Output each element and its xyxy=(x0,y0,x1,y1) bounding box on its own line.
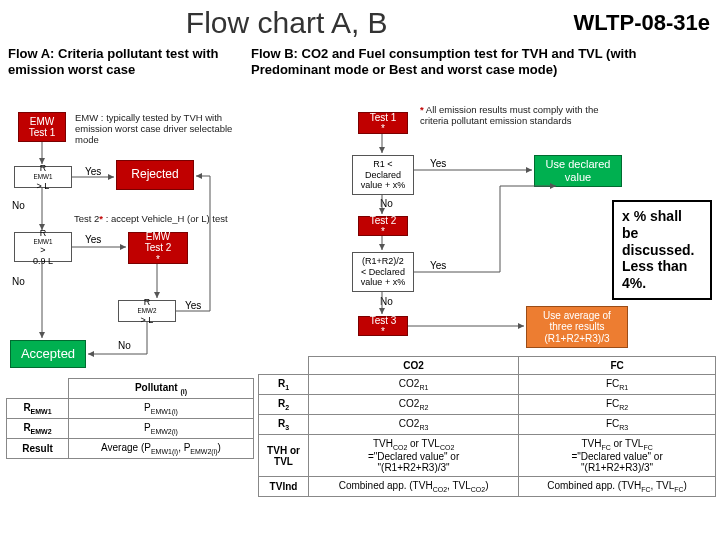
th-fc: FC xyxy=(519,357,716,375)
tr2c2: PEMW2(i) xyxy=(69,419,254,439)
emw-test-1: EMW Test 1 xyxy=(18,112,66,142)
yes-b1: Yes xyxy=(430,158,446,169)
no-b1: No xyxy=(380,198,393,209)
flow-a-table: Pollutant (i) REMW1PEMW1(i) REMW2PEMW2(i… xyxy=(6,378,254,459)
doc-id: WLTP-08-31e xyxy=(573,10,720,36)
emw-test-2: EMWTest 2 * xyxy=(128,232,188,264)
decision-r1-declared: R1 < Declared value + x% xyxy=(352,155,414,195)
no-b2: No xyxy=(380,296,393,307)
accepted: Accepted xyxy=(10,340,86,368)
test2-note: Test 2* : accept Vehicle_H (or L) test xyxy=(74,213,249,224)
decision-remw1-gt-l: REMW1 > L xyxy=(14,166,72,188)
flow-b-subtitle: Flow B: CO2 and Fuel consumption test fo… xyxy=(251,46,712,77)
yes-1: Yes xyxy=(85,166,101,177)
header: Flow chart A, B WLTP-08-31e xyxy=(0,0,720,46)
emw-note: EMW : typically tested by TVH with emiss… xyxy=(75,112,250,145)
decision-remw1-gt-09l: REMW1>0.9 L xyxy=(14,232,72,262)
star-note: * All emission results must comply with … xyxy=(420,104,620,126)
flow-b-table: CO2FC R1CO2R1FCR1 R2CO2R2FCR2 R3CO2R3FCR… xyxy=(258,356,716,497)
decision-avg-declared: (R1+R2)/2 < Declared value + x% xyxy=(352,252,414,292)
no-2: No xyxy=(12,276,25,287)
tr3c2: Average (PEMW1(i), PEMW2(i)) xyxy=(69,439,254,459)
no-3: No xyxy=(118,340,131,351)
th-pollutant: Pollutant (i) xyxy=(69,379,254,399)
subtitles: Flow A: Criteria pollutant test with emi… xyxy=(0,46,720,77)
tr3c1: Result xyxy=(7,439,69,459)
yes-2: Yes xyxy=(85,234,101,245)
use-avg: Use average of three results (R1+R2+R3)/… xyxy=(526,306,628,348)
page-title: Flow chart A, B xyxy=(0,6,573,40)
test-1: Test 1* xyxy=(358,112,408,134)
rejected: Rejected xyxy=(116,160,194,190)
tr1c1: REMW1 xyxy=(7,399,69,419)
th-co2: CO2 xyxy=(309,357,519,375)
tr2c1: REMW2 xyxy=(7,419,69,439)
test-3: Test 3* xyxy=(358,316,408,336)
tr1c2: PEMW1(i) xyxy=(69,399,254,419)
yes-3: Yes xyxy=(185,300,201,311)
no-1: No xyxy=(12,200,25,211)
use-declared: Use declared value xyxy=(534,155,622,187)
test-2: Test 2* xyxy=(358,216,408,236)
decision-remw2-gt-l: REMW2 > L xyxy=(118,300,176,322)
yes-b2: Yes xyxy=(430,260,446,271)
flow-a-subtitle: Flow A: Criteria pollutant test with emi… xyxy=(8,46,243,77)
callout-x-percent: x % shall be discussed. Less than 4%. xyxy=(612,200,712,300)
